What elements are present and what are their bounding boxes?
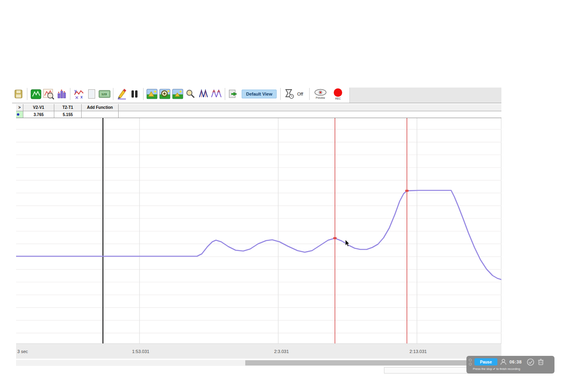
scrollbar-thumb[interactable]: [245, 360, 466, 365]
value-function: [82, 111, 119, 118]
screen-recording-toolbar: Pause 06:38 Press the stop ✔ to finish r…: [466, 356, 554, 374]
data-table-row: 3.765 5.155: [16, 111, 501, 118]
toolbar-separator: [309, 88, 310, 100]
gear-icon[interactable]: [469, 359, 472, 361]
trash-icon[interactable]: [538, 358, 544, 365]
preview-label: Preview: [316, 96, 325, 99]
overlay-options-icons[interactable]: [468, 359, 472, 365]
autoscale-icon[interactable]: [146, 88, 158, 100]
app-window: yx 123: [12, 85, 501, 374]
interpolate-peaks-icon[interactable]: [197, 88, 209, 100]
calculator-icon[interactable]: 123: [99, 88, 111, 100]
value-t2t1: 5.155: [54, 111, 82, 118]
toolbar-separator: [225, 88, 225, 100]
timer-hourglass-icon[interactable]: [283, 88, 295, 100]
examine-graph-icon[interactable]: [43, 88, 55, 100]
record-icon: [334, 88, 342, 97]
waveform-plot: [16, 118, 501, 343]
toolbar-empty-area: [349, 88, 501, 103]
page-icon[interactable]: [86, 88, 98, 100]
rec-label: REC: [335, 97, 341, 100]
recording-timer: 06:38: [509, 359, 522, 364]
x-axis-tick: 2:13.031: [410, 349, 427, 354]
mouse-cursor: [345, 240, 351, 247]
x-axis-start-label: 3 sec: [17, 349, 28, 354]
zoom-in-graph-icon[interactable]: [159, 88, 171, 100]
toolbar-separator: [70, 88, 70, 100]
eye-icon: [314, 89, 327, 96]
header-filler: [119, 104, 501, 111]
stop-check-icon[interactable]: [527, 358, 534, 366]
toolbar-separator: [113, 88, 113, 100]
series-marker-dot: [17, 113, 19, 116]
toolbar-separator: [27, 88, 27, 100]
x-axis-strip: 3 sec 1:53.031 2:3.031 2:13.031: [16, 343, 501, 359]
data-columns-icon[interactable]: [129, 88, 141, 100]
save-icon[interactable]: [12, 88, 25, 100]
swap-axes-icon[interactable]: yx: [73, 88, 85, 100]
x-axis-tick: 2:3.031: [274, 349, 289, 354]
chart-plot-area[interactable]: [16, 118, 501, 343]
histogram-icon[interactable]: [55, 88, 68, 100]
timer-state-label: Off: [297, 92, 303, 96]
data-table-header: > V2-V1 T2-T1 Add Function: [16, 104, 501, 111]
horizontal-scrollbar[interactable]: [16, 360, 501, 366]
magnifier-icon[interactable]: [185, 88, 197, 100]
zoom-out-graph-icon[interactable]: [172, 88, 184, 100]
webcam-avatar-icon[interactable]: [500, 358, 507, 365]
main-toolbar: yx 123: [12, 85, 501, 103]
svg-text:123: 123: [101, 92, 107, 96]
column-header-t2t1[interactable]: T2-T1: [54, 104, 82, 111]
default-view-button[interactable]: Default View: [242, 90, 277, 98]
row-filler: [119, 111, 501, 118]
graph-icon[interactable]: [30, 88, 42, 100]
svg-text:x: x: [80, 95, 83, 99]
store-view-icon[interactable]: [228, 88, 240, 100]
gear-icon[interactable]: [469, 363, 472, 365]
table-expander[interactable]: >: [16, 104, 23, 111]
pause-button[interactable]: Pause: [474, 358, 497, 365]
svg-text:y: y: [74, 89, 77, 93]
x-axis-tick: 1:53.031: [132, 349, 150, 354]
record-button[interactable]: REC: [329, 88, 347, 100]
value-v2v1: 3.765: [23, 111, 54, 118]
tangent-peaks-icon[interactable]: [210, 88, 222, 100]
column-header-v2v1[interactable]: V2-V1: [23, 104, 54, 111]
add-function-button[interactable]: Add Function: [82, 104, 119, 111]
pencil-annotate-icon[interactable]: [116, 88, 128, 100]
preview-button[interactable]: Preview: [312, 89, 329, 99]
toolbar-separator: [280, 88, 281, 100]
recording-hint-text: Press the stop ✔ to finish recording: [473, 367, 552, 371]
toolbar-separator: [143, 88, 144, 100]
row-marker-cell[interactable]: [16, 111, 23, 118]
